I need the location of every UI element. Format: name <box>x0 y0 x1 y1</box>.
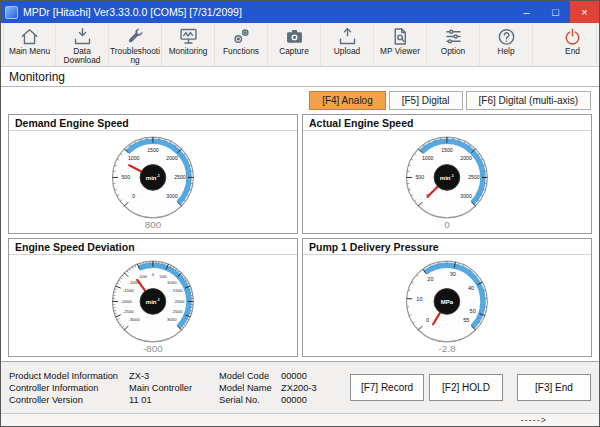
toolbar-label: Capture <box>278 47 310 56</box>
functions-icon <box>231 26 252 47</box>
gauge-tick-label: 30 <box>450 271 456 277</box>
toolbar-label: Option <box>440 47 466 56</box>
info-label: Product Model Information <box>9 371 129 381</box>
gauge-tick-label: 3000 <box>460 193 472 199</box>
toolbar-label: MP Viewer <box>379 47 421 56</box>
gauge-grid: Demand Engine Speed050010001500200025003… <box>1 111 599 361</box>
toolbar-monitoring-button[interactable]: Monitoring <box>162 24 215 66</box>
gauge-tick-label: 0 <box>132 193 135 199</box>
info-label: Controller Version <box>9 395 129 405</box>
toolbar-label: Functions <box>222 47 260 56</box>
panel-title: Actual Engine Speed <box>303 115 591 131</box>
gauge-tick-label: 20 <box>427 275 433 281</box>
toolbar-main-menu-button[interactable]: Main Menu <box>3 24 56 66</box>
gauge-value: -2.8 <box>438 343 456 354</box>
main-menu-icon <box>19 26 40 47</box>
toolbar-troubleshooting-button[interactable]: Troubleshooting <box>109 24 162 66</box>
gauge-tick-label: 55 <box>463 317 469 323</box>
gauge-value: -800 <box>143 343 163 354</box>
toolbar-data-download-button[interactable]: Data Download <box>56 24 109 66</box>
app-icon <box>5 6 18 19</box>
data-download-icon <box>72 26 93 47</box>
info-value: ZX-3 <box>129 371 219 381</box>
info-value: 00000 <box>281 371 333 381</box>
toolbar-mp-viewer-button[interactable]: MP Viewer <box>374 24 427 66</box>
gauge-tick-label: 1500 <box>147 147 159 153</box>
gauge-unit: MPa <box>441 298 454 304</box>
window-title: MPDr [Hitachi] Ver3.33.0.0 [COM5] [7/31/… <box>23 6 512 18</box>
mp-viewer-icon <box>390 26 411 47</box>
footer-info: Product Model InformationZX-3Model Code0… <box>9 371 333 405</box>
minimize-button[interactable]: – <box>512 1 541 23</box>
gauge-tick-label: 2500 <box>468 174 480 180</box>
toolbar-label: Monitoring <box>168 47 209 56</box>
toolbar-label: End <box>564 47 581 56</box>
help-icon <box>496 26 517 47</box>
info-label: Model Name <box>219 383 281 393</box>
toolbar-label: Troubleshooting <box>109 47 161 65</box>
statusbar: -----> <box>1 413 599 426</box>
gauge-tick-label: 1000 <box>422 155 434 161</box>
info-label: Controller Information <box>9 383 129 393</box>
window-controls: – □ × <box>512 1 599 23</box>
gauge-tick-label: 3000 <box>166 193 178 199</box>
gauge-0: 050010001500200025003000min-1800 <box>97 131 209 233</box>
gauge-2: -3000-2500-2000-1500-1000-50005001000150… <box>97 255 209 357</box>
gauge-value: 0 <box>444 219 450 230</box>
toolbar-end-button[interactable]: End <box>549 24 597 66</box>
f3-end-button[interactable]: [F3] End <box>517 374 591 401</box>
gauge-tick-label: 0 <box>426 317 429 323</box>
end-icon <box>562 26 583 47</box>
gauge-3: 0102030405055MPa-2.8 <box>391 255 503 357</box>
upload-icon <box>337 26 358 47</box>
gauge-1: 050010001500200025003000min-10 <box>391 131 503 233</box>
info-label: Serial No. <box>219 395 281 405</box>
gauge-tick-label: 2500 <box>174 174 186 180</box>
gauge-tick-label: -3000 <box>129 317 141 322</box>
toolbar-functions-button[interactable]: Functions <box>215 24 268 66</box>
monitoring-icon <box>178 26 199 47</box>
gauge-tick-label: -2500 <box>123 308 135 313</box>
tabs: [F4] Analog[F5] Digital[F6] Digital (mul… <box>1 87 599 111</box>
gauge-tick-label: 1500 <box>441 147 453 153</box>
gauge-tick-label: 2000 <box>460 155 472 161</box>
status-arrow: -----> <box>521 415 547 425</box>
section-header: Monitoring <box>1 67 599 87</box>
troubleshooting-icon <box>125 26 146 47</box>
gauge-tick-label: 1500 <box>173 288 183 293</box>
gauge-tick-label: 3000 <box>167 317 177 322</box>
toolbar-capture-button[interactable]: Capture <box>268 24 321 66</box>
gauge-panel-demand-engine-speed: Demand Engine Speed050010001500200025003… <box>8 114 298 234</box>
info-value: ZX200-3 <box>281 383 333 393</box>
info-value: 00000 <box>281 395 333 405</box>
info-value: 11 01 <box>129 395 219 405</box>
panel-title: Pump 1 Delivery Pressure <box>303 239 591 255</box>
gauge-value: 800 <box>145 219 162 230</box>
info-label: Model Code <box>219 371 281 381</box>
section-title: Monitoring <box>9 70 65 84</box>
maximize-button[interactable]: □ <box>541 1 570 23</box>
toolbar-label: Main Menu <box>8 47 51 56</box>
toolbar-label: Data Download <box>56 47 108 65</box>
gauge-tick-label: 50 <box>470 307 476 313</box>
footer: Product Model InformationZX-3Model Code0… <box>1 361 599 413</box>
tab-f4-analog[interactable]: [F4] Analog <box>309 91 386 110</box>
gauge-tick-label: 500 <box>122 174 131 180</box>
toolbar-help-button[interactable]: Help <box>480 24 533 66</box>
gauge-panel-actual-engine-speed: Actual Engine Speed050010001500200025003… <box>302 114 592 234</box>
capture-icon <box>284 26 305 47</box>
info-value: Main Controller <box>129 383 219 393</box>
toolbar-label: Upload <box>333 47 361 56</box>
close-button[interactable]: × <box>570 1 599 23</box>
toolbar-option-button[interactable]: Option <box>427 24 480 66</box>
option-icon <box>443 26 464 47</box>
gauge-panel-pump-1-delivery-pressure: Pump 1 Delivery Pressure0102030405055MPa… <box>302 238 592 358</box>
f7-record-button[interactable]: [F7] Record <box>350 374 424 401</box>
tab-f5-digital[interactable]: [F5] Digital <box>389 91 463 110</box>
toolbar: Main MenuData DownloadTroubleshootingMon… <box>1 23 599 67</box>
gauge-tick-label: -500 <box>138 273 147 278</box>
tab-f6-digital-multi-axis[interactable]: [F6] Digital (multi-axis) <box>466 91 591 110</box>
toolbar-upload-button[interactable]: Upload <box>321 24 374 66</box>
titlebar: MPDr [Hitachi] Ver3.33.0.0 [COM5] [7/31/… <box>1 1 599 23</box>
f2-hold-button[interactable]: [F2] HOLD <box>429 374 503 401</box>
